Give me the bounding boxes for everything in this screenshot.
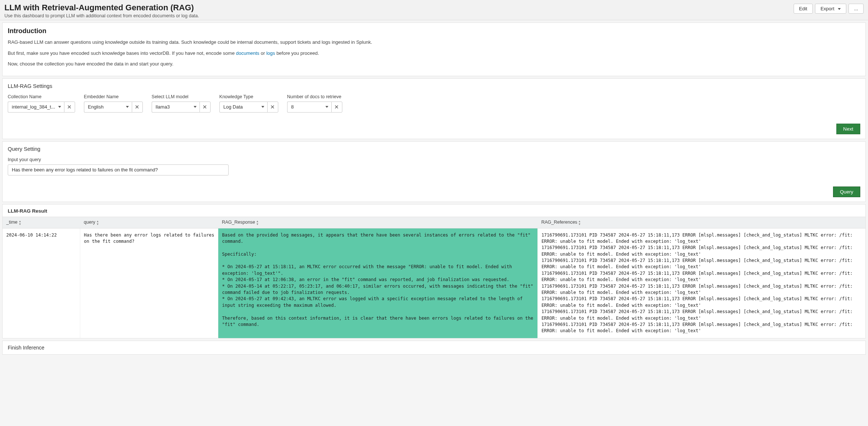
collection-name-group: Collection Name internal_log_384_t... ✕	[8, 94, 75, 113]
knowledge-type-label: Knowledge Type	[219, 94, 278, 99]
query-heading: Query Setting	[8, 146, 860, 152]
col-response-label: RAG_Response	[222, 220, 255, 225]
sort-icon: ▴▾	[19, 220, 21, 226]
settings-form-row: Collection Name internal_log_384_t... ✕ …	[8, 94, 860, 113]
export-label: Export	[821, 6, 835, 11]
chevron-down-icon	[325, 106, 328, 108]
query-action-row: Query	[8, 187, 860, 197]
embedder-name-select[interactable]: English	[84, 102, 132, 113]
close-icon: ✕	[135, 104, 140, 110]
col-references[interactable]: RAG_References▴▾	[537, 217, 865, 228]
intro-p2-mid: or	[260, 50, 267, 56]
col-references-label: RAG_References	[541, 220, 577, 225]
col-response[interactable]: RAG_Response▴▾	[218, 217, 538, 228]
next-button[interactable]: Next	[836, 124, 860, 134]
num-docs-label: Number of docs to retrieve	[287, 94, 342, 99]
cell-response: Based on the provided log messages, it a…	[218, 228, 538, 338]
close-icon: ✕	[270, 104, 275, 110]
cell-references: 1716790691.173101 PID 734587 2024-05-27 …	[537, 228, 865, 338]
sort-icon: ▴▾	[579, 220, 581, 226]
more-actions-button[interactable]: ...	[848, 4, 864, 14]
knowledge-type-value: Log Data	[223, 104, 243, 110]
embedder-name-clear[interactable]: ✕	[132, 102, 143, 113]
dashboard-header: LLM with Retrieval-Augmented Generation …	[0, 0, 868, 20]
close-icon: ✕	[202, 104, 207, 110]
introduction-panel: Introduction RAG-based LLM can answer qu…	[2, 22, 866, 76]
llm-model-clear[interactable]: ✕	[200, 102, 211, 113]
llm-model-label: Select LLM model	[152, 94, 211, 99]
result-header-row: _time▴▾ query▴▾ RAG_Response▴▾ RAG_Refer…	[3, 217, 866, 228]
documents-link[interactable]: documents	[236, 50, 260, 56]
embedder-name-value: English	[88, 104, 104, 110]
cell-references-text: 1716790691.173101 PID 734587 2024-05-27 …	[541, 232, 862, 334]
chevron-down-icon	[58, 106, 61, 108]
cell-query: Has there been any error logs related to…	[80, 228, 218, 338]
llm-model-value: llama3	[156, 104, 170, 110]
settings-action-row: Next	[8, 124, 860, 134]
knowledge-type-select[interactable]: Log Data	[219, 102, 267, 113]
query-input-group: Input your query	[8, 157, 860, 175]
table-row: 2024-06-10 14:14:22 Has there been any e…	[3, 228, 866, 338]
result-table: _time▴▾ query▴▾ RAG_Response▴▾ RAG_Refer…	[2, 217, 866, 338]
query-input[interactable]	[8, 164, 229, 175]
sort-icon: ▴▾	[97, 220, 99, 226]
collection-name-select[interactable]: internal_log_384_t...	[8, 102, 64, 113]
result-heading: LLM-RAG Result	[2, 204, 866, 217]
knowledge-type-clear[interactable]: ✕	[267, 102, 278, 113]
knowledge-type-group: Knowledge Type Log Data ✕	[219, 94, 278, 113]
close-icon: ✕	[67, 104, 72, 110]
cell-response-text: Based on the provided log messages, it a…	[222, 232, 534, 328]
intro-p2-prefix: But first, make sure you have encoded su…	[8, 50, 236, 56]
page-subtitle: Use this dashboard to prompt LLM with ad…	[4, 13, 199, 18]
collection-name-value: internal_log_384_t...	[12, 104, 55, 110]
sort-icon: ▴▾	[257, 220, 258, 226]
col-time[interactable]: _time▴▾	[3, 217, 80, 228]
num-docs-clear[interactable]: ✕	[331, 102, 342, 113]
cell-time-text: 2024-06-10 14:14:22	[6, 232, 76, 238]
close-icon: ✕	[334, 104, 339, 110]
query-button[interactable]: Query	[833, 187, 860, 197]
query-panel: Query Setting Input your query Query	[2, 141, 866, 202]
col-time-label: _time	[6, 220, 18, 225]
col-query-label: query	[84, 220, 95, 225]
chevron-down-icon	[261, 106, 264, 108]
embedder-name-group: Embedder Name English ✕	[84, 94, 143, 113]
cell-time: 2024-06-10 14:14:22	[3, 228, 80, 338]
header-actions: Edit Export ...	[794, 3, 864, 14]
chevron-down-icon	[838, 8, 841, 10]
chevron-down-icon	[194, 106, 197, 108]
finish-inference-section: Finish Inference	[2, 341, 866, 355]
finish-inference-label: Finish Inference	[8, 345, 45, 351]
chevron-down-icon	[126, 106, 129, 108]
edit-button[interactable]: Edit	[794, 4, 813, 14]
settings-panel: LLM-RAG Settings Collection Name interna…	[2, 78, 866, 139]
num-docs-value: 8	[291, 104, 294, 110]
logs-link[interactable]: logs	[266, 50, 275, 56]
intro-paragraph-3: Now, choose the collection you have enco…	[8, 60, 860, 68]
introduction-heading: Introduction	[8, 27, 860, 35]
intro-p2-suffix: before you proceed.	[275, 50, 319, 56]
cell-query-text: Has there been any error logs related to…	[84, 232, 214, 245]
intro-paragraph-1: RAG-based LLM can answer questions using…	[8, 39, 860, 46]
llm-model-group: Select LLM model llama3 ✕	[152, 94, 211, 113]
intro-paragraph-2: But first, make sure you have encoded su…	[8, 50, 860, 57]
query-input-label: Input your query	[8, 157, 860, 162]
llm-model-select[interactable]: llama3	[152, 102, 200, 113]
num-docs-select[interactable]: 8	[287, 102, 331, 113]
settings-heading: LLM-RAG Settings	[8, 83, 860, 89]
col-query[interactable]: query▴▾	[80, 217, 218, 228]
collection-name-clear[interactable]: ✕	[64, 102, 75, 113]
page-title: LLM with Retrieval-Augmented Generation …	[4, 3, 199, 13]
export-button[interactable]: Export	[815, 4, 846, 14]
collection-name-label: Collection Name	[8, 94, 75, 99]
num-docs-group: Number of docs to retrieve 8 ✕	[287, 94, 342, 113]
embedder-name-label: Embedder Name	[84, 94, 143, 99]
header-left: LLM with Retrieval-Augmented Generation …	[4, 3, 199, 18]
